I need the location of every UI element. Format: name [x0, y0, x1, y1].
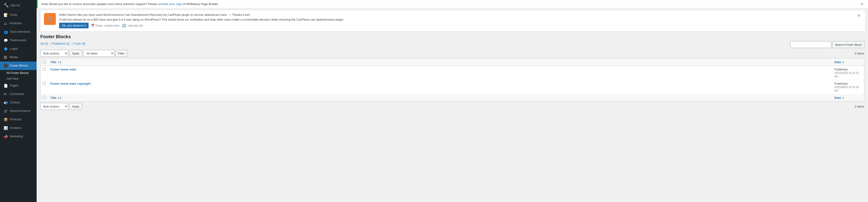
sidebar-subitem-all-footer-blocks[interactable]: All Footer Blocks — [0, 70, 37, 76]
row-status: Published — [835, 82, 848, 85]
row-checkbox-cell — [40, 66, 48, 80]
sidebar-item-label: Team Members — [10, 30, 30, 34]
all-dates-select[interactable]: All dates October 2015 September 2015 — [83, 50, 114, 57]
sidebar-logo[interactable]: 🔧 Site Kit — [0, 0, 37, 11]
row-date-cell: Published 2015/10/01 at 10:13 am — [832, 66, 864, 80]
row-title-link[interactable]: Footer home main copyright — [50, 82, 91, 85]
row-date: 2015/09/22 at 10:20 am — [835, 86, 859, 92]
row-status: Published — [835, 68, 848, 71]
top-toolbar: Bulk actions Move to Trash Apply All dat… — [40, 50, 864, 57]
date-sort-icon: ⬇ — [842, 61, 844, 64]
check-icon: 🔄 — [122, 24, 126, 27]
sidebar-item-pages[interactable]: 📄 Pages — [0, 81, 37, 90]
sidebar-item-label: Comments — [10, 92, 24, 96]
sidebar-subitem-add-new[interactable]: Add New — [0, 76, 37, 81]
bulk-actions-select[interactable]: Bulk actions Move to Trash — [40, 50, 68, 57]
row-checkbox-0[interactable] — [43, 68, 46, 71]
tfoot-date-sort-link[interactable]: Date ⬇ — [835, 96, 844, 100]
footer-blocks-icon: ⬛ — [4, 63, 8, 68]
sidebar-item-label: Posts — [10, 13, 18, 17]
select-all-checkbox[interactable] — [43, 60, 46, 63]
row-title-cell: Footer home main — [48, 66, 832, 80]
logos-icon: 🔷 — [4, 46, 8, 51]
sidebar-item-marketing[interactable]: 📣 Marketing — [0, 132, 37, 141]
row-checkbox-cell — [40, 80, 48, 94]
th-date: Date ⬇ — [832, 58, 864, 66]
main-content: Hola! Would you like to receive automati… — [37, 0, 868, 202]
notice-text: Hola! Would you like to receive automati… — [41, 2, 219, 6]
notice-close-button[interactable]: ✕ — [860, 2, 864, 6]
sidebar-item-label: Logos — [10, 47, 18, 51]
select-all-footer-checkbox[interactable] — [43, 96, 46, 99]
sidebar-item-products[interactable]: 📦 Products — [0, 115, 37, 124]
sidebar: 🔧 Site Kit 📝 Posts 🗂 Portfolios 👥 Team M… — [0, 0, 37, 202]
sidebar-item-label: Testimonials — [10, 38, 26, 42]
sidebar-item-label: Footer Blocks — [10, 64, 28, 68]
testimonials-icon: 💬 — [4, 38, 8, 43]
page-content: Footer Blocks All (2) | Published (2) | … — [37, 31, 868, 202]
bottom-bulk-actions-select[interactable]: Bulk actions Move to Trash — [40, 103, 68, 110]
sublinks: All (2) | Published (2) | Trash (8) — [40, 42, 87, 45]
date-sort-link[interactable]: Date ⬇ — [835, 60, 844, 64]
activate-copy-link[interactable]: activate your copy — [158, 2, 182, 6]
table-row: Footer home main Published 2015/10/01 at… — [40, 66, 864, 80]
sidebar-item-analytics[interactable]: 📊 Analytics — [0, 124, 37, 132]
sidebar-item-footer-blocks[interactable]: ⬛ Footer Blocks — [0, 62, 37, 70]
sidebar-item-label: Pages — [10, 83, 18, 88]
sublink-published[interactable]: Published (2) — [52, 42, 71, 45]
sidebar-item-posts[interactable]: 📝 Posts — [0, 11, 37, 19]
comments-icon: ✉ — [4, 92, 8, 97]
sidebar-item-testimonials[interactable]: 💬 Testimonials — [0, 36, 37, 45]
tfoot-title-sort-link[interactable]: Title ⬆⬇ — [50, 96, 61, 100]
woo-notice-content: Hello! Seems like you have used WooComme… — [59, 13, 853, 28]
bottom-toolbar: Bulk actions Move to Trash Apply 2 items — [40, 103, 864, 110]
tfoot-title-sort-icon: ⬆⬇ — [58, 97, 61, 99]
sidebar-item-woocommerce[interactable]: 🛒 WooCommerce — [0, 107, 37, 115]
nope-button[interactable]: 📅 Nope, maybe later — [91, 24, 120, 27]
sidebar-item-label: Analytics — [10, 126, 22, 130]
sidebar-item-contact[interactable]: 📬 Contact — [0, 98, 37, 107]
woo-notice-actions: Ok, you deserve it 📅 Nope, maybe later 🔄… — [59, 23, 853, 28]
row-date: 2015/10/01 at 10:13 am — [835, 71, 859, 78]
apply-button[interactable]: Apply — [69, 50, 82, 57]
item-count-bottom: 2 items — [855, 105, 864, 108]
search-button[interactable]: Search Footer Block — [832, 41, 864, 48]
sidebar-item-comments[interactable]: ✉ Comments — [0, 90, 37, 98]
media-icon: 🖼 — [4, 55, 8, 60]
sublinks-row: All (2) | Published (2) | Trash (8) Sear… — [40, 41, 864, 48]
row-title-link[interactable]: Footer home main — [50, 68, 76, 71]
woo-cart-icon: 🛒 — [44, 13, 56, 25]
th-checkbox — [40, 58, 48, 66]
sidebar-item-logos[interactable]: 🔷 Logos — [0, 45, 37, 53]
woocommerce-notice: 🛒 Hello! Seems like you have used WooCom… — [39, 10, 865, 31]
search-input[interactable] — [790, 41, 831, 48]
sidebar-item-label: Marketing — [10, 134, 23, 138]
sidebar-item-media[interactable]: 🖼 Media — [0, 53, 37, 62]
tfoot-date-sort-icon: ⬇ — [842, 97, 844, 99]
bottom-apply-button[interactable]: Apply — [69, 103, 82, 110]
woo-notice-heading: Hello! Seems like you have used WooComme… — [59, 13, 853, 16]
sidebar-item-label: Contact — [10, 100, 20, 105]
team-members-icon: 👥 — [4, 30, 8, 34]
ok-button[interactable]: Ok, you deserve it — [59, 23, 89, 28]
table-body: Footer home main Published 2015/10/01 at… — [40, 66, 864, 94]
table-row: Footer home main copyright Published 201… — [40, 80, 864, 94]
page-title: Footer Blocks — [40, 34, 864, 39]
title-sort-link[interactable]: Title ⬆⬇ — [50, 60, 61, 64]
woo-notice-close-button[interactable]: ✕ — [856, 13, 861, 18]
tfoot-title: Title ⬆⬇ — [48, 94, 832, 102]
sublink-trash[interactable]: Trash (8) — [73, 42, 87, 45]
calendar-icon: 📅 — [91, 24, 95, 27]
tfoot-checkbox — [40, 94, 48, 102]
sublink-all[interactable]: All (2) — [40, 42, 50, 45]
row-checkbox-1[interactable] — [43, 82, 46, 85]
filter-button[interactable]: Filter — [116, 50, 127, 57]
sidebar-logo-label: Site Kit — [10, 4, 20, 7]
woo-notice-subtext: Could you please do us a BIG favor and g… — [59, 18, 853, 21]
products-icon: 📦 — [4, 117, 8, 122]
site-kit-icon: 🔧 — [4, 3, 9, 8]
row-date-cell: Published 2015/09/22 at 10:20 am — [832, 80, 864, 94]
already-button[interactable]: 🔄 I already did — [122, 24, 143, 27]
sidebar-item-portfolios[interactable]: 🗂 Portfolios — [0, 19, 37, 28]
sidebar-item-team-members[interactable]: 👥 Team Members — [0, 28, 37, 36]
